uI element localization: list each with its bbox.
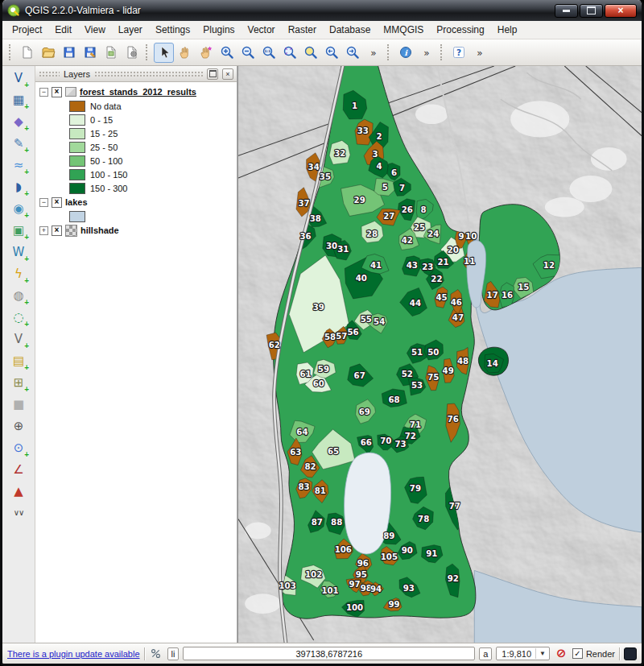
- layer-row-lakes[interactable]: −×lakes: [35, 195, 237, 209]
- qgis-window: QGIS 2.2.0-Valmiera - lidar × ProjectEdi…: [0, 0, 644, 666]
- status-box-li[interactable]: li: [167, 647, 180, 660]
- zoom-to-selection-button[interactable]: [300, 43, 320, 63]
- minimize-button[interactable]: [555, 4, 578, 18]
- zoom-last-button[interactable]: [321, 43, 341, 63]
- titlebar[interactable]: QGIS 2.2.0-Valmiera - lidar ×: [2, 0, 642, 21]
- status-box-a[interactable]: a: [479, 647, 492, 660]
- attributes-overflow-button[interactable]: »: [416, 43, 436, 63]
- panel-float-button[interactable]: [207, 68, 218, 80]
- svg-text:72: 72: [405, 431, 416, 441]
- layer-row-forest_stands_2012_results[interactable]: −×forest_stands_2012_results: [35, 85, 237, 99]
- coordinate-display[interactable]: [183, 647, 475, 660]
- create-annotation-layer-button[interactable]: ⊞+: [7, 373, 30, 393]
- save-project-button[interactable]: [59, 43, 79, 63]
- add-mssql-layer-button[interactable]: ≈+: [7, 155, 30, 176]
- svg-text:21: 21: [437, 257, 448, 267]
- measure-angle-button[interactable]: ∠: [7, 460, 30, 480]
- layer-row-hillshade[interactable]: +×hillshade: [35, 223, 237, 238]
- log-messages-icon[interactable]: [624, 647, 637, 660]
- touch-zoom-pan-button[interactable]: [154, 43, 174, 63]
- expander-icon[interactable]: −: [39, 198, 48, 207]
- save-project-as-button[interactable]: [80, 43, 100, 63]
- svg-text:78: 78: [418, 514, 429, 523]
- plugin-update-link[interactable]: There is a plugin update available: [7, 649, 140, 659]
- plus-badge-icon: +: [24, 450, 29, 459]
- add-web-layer-button[interactable]: ◌+: [7, 308, 30, 328]
- menu-mmqgis[interactable]: MMQGIS: [377, 22, 430, 38]
- menu-help[interactable]: Help: [491, 22, 524, 38]
- identify-features-button[interactable]: i: [395, 43, 415, 63]
- svg-text:14: 14: [487, 358, 498, 368]
- add-oracle-layer-button[interactable]: ◗+: [7, 177, 30, 197]
- add-raster-layer-button[interactable]: ▦+: [7, 90, 30, 110]
- render-checkbox[interactable]: ✓: [572, 648, 583, 659]
- layer-visibility-checkbox[interactable]: ×: [52, 87, 62, 97]
- menu-project[interactable]: Project: [6, 22, 48, 38]
- nav-overflow-button[interactable]: »: [363, 43, 383, 63]
- svg-text:20: 20: [448, 245, 459, 254]
- add-spatialite-layer-button[interactable]: ✎+: [7, 134, 30, 154]
- layer-visibility-checkbox[interactable]: ×: [52, 197, 62, 208]
- svg-text:23: 23: [422, 262, 433, 271]
- pan-map-button[interactable]: [175, 43, 195, 63]
- svg-text:5: 5: [382, 182, 388, 192]
- layers-panel-header[interactable]: Layers ×: [35, 66, 237, 82]
- zoom-in-button[interactable]: [217, 43, 237, 63]
- add-wfs-layer-button[interactable]: W+: [7, 242, 30, 263]
- new-project-button[interactable]: [17, 43, 37, 63]
- zoom-full-extent-button[interactable]: [279, 43, 299, 63]
- layers-tree: −×forest_stands_2012_resultsNo data0 - 1…: [35, 82, 237, 643]
- new-shapefile-layer-button[interactable]: V+: [7, 329, 30, 350]
- zoom-out-button[interactable]: [237, 43, 258, 63]
- close-button[interactable]: ×: [605, 4, 637, 18]
- menu-processing[interactable]: Processing: [430, 22, 490, 38]
- expander-icon[interactable]: +: [39, 226, 48, 235]
- scale-combobox[interactable]: 1:9,810 ▼: [496, 647, 550, 660]
- menu-plugins[interactable]: Plugins: [196, 22, 241, 38]
- svg-text:16: 16: [502, 290, 513, 300]
- add-vector-layer-button[interactable]: V+: [7, 68, 30, 89]
- new-spatialite-layer-button[interactable]: ▤+: [7, 351, 30, 371]
- panel-close-button[interactable]: ×: [222, 68, 233, 80]
- render-label: Render: [586, 649, 615, 659]
- menu-database[interactable]: Database: [323, 22, 377, 38]
- svg-text:38: 38: [310, 213, 321, 223]
- menu-edit[interactable]: Edit: [48, 22, 78, 38]
- menu-settings[interactable]: Settings: [149, 22, 196, 38]
- map-canvas[interactable]: 1332343233546573729268382725249103628422…: [237, 66, 642, 643]
- menu-vector[interactable]: Vector: [242, 22, 282, 38]
- add-wcs-layer-button[interactable]: ▣+: [7, 221, 30, 241]
- add-gpx-layer-button[interactable]: ◍+: [7, 286, 30, 306]
- zoom-actual-size-button[interactable]: 1:1: [258, 43, 279, 63]
- add-wms-layer-button[interactable]: ◉+: [7, 199, 30, 219]
- coordinate-capture-icon: ⊕: [14, 420, 24, 432]
- topology-checker-button[interactable]: ▲: [7, 482, 30, 502]
- coordinate-capture-button[interactable]: ⊕: [7, 416, 30, 436]
- add-wfs-layer-icon: W: [13, 246, 25, 259]
- menu-view[interactable]: View: [78, 22, 112, 38]
- svg-text:44: 44: [410, 298, 421, 308]
- menu-layer[interactable]: Layer: [112, 22, 149, 38]
- percent-icon[interactable]: [149, 647, 163, 661]
- chevrons-icon: »: [419, 45, 434, 60]
- svg-text:67: 67: [354, 370, 365, 380]
- raster-layer-icon: [65, 225, 77, 237]
- svg-text:103: 103: [279, 580, 295, 589]
- layer-visibility-checkbox[interactable]: ×: [52, 225, 62, 236]
- side-toolbar-overflow-button[interactable]: ∨∨: [14, 508, 24, 517]
- help-overflow-button[interactable]: »: [469, 43, 489, 63]
- stop-render-icon[interactable]: ⊘: [554, 647, 568, 661]
- zoom-next-button[interactable]: [342, 43, 362, 63]
- gps-information-button[interactable]: ⊙+: [7, 438, 30, 458]
- menu-raster[interactable]: Raster: [282, 22, 323, 38]
- open-project-button[interactable]: [38, 43, 58, 63]
- pan-to-selection-button[interactable]: [196, 43, 216, 63]
- remove-layer-button[interactable]: ■: [7, 395, 30, 415]
- composer-manager-button[interactable]: [122, 43, 142, 63]
- add-delimited-text-layer-button[interactable]: ϟ+: [7, 264, 30, 284]
- add-postgis-layer-button[interactable]: ◆+: [7, 112, 30, 132]
- maximize-button[interactable]: [580, 4, 603, 18]
- new-print-composer-button[interactable]: [101, 43, 121, 63]
- help-contents-button[interactable]: ?: [448, 43, 469, 63]
- expander-icon[interactable]: −: [39, 88, 48, 97]
